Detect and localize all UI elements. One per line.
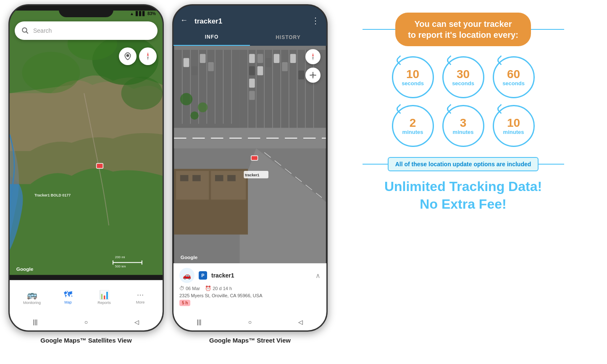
phone2-header: ← tracker1 ⋮ — [173, 5, 326, 29]
info-title: tracker1 — [211, 272, 234, 279]
phone1-caption: Google Maps™ Satellites View — [40, 337, 131, 344]
intervals-row-2: 2 minutes 3 minutes 10 minutes — [392, 105, 535, 147]
interval-2m: 2 minutes — [392, 105, 434, 147]
nav-map-label: Map — [64, 300, 72, 304]
phone1-bottom-nav: 🚌 Monitoring 🗺 Map 📊 Reports ··· More — [10, 280, 163, 314]
satellite-svg: Tracker1 BOLD 0177 Google 200 mi 500 km — [10, 5, 163, 280]
nav-reports[interactable]: 📊 Reports — [86, 290, 122, 305]
expand-icon[interactable]: ∧ — [315, 272, 321, 280]
clock-icon: ⏱ — [179, 285, 184, 291]
android-back-icon[interactable]: ||| — [33, 319, 38, 325]
search-placeholder: Search — [33, 27, 52, 34]
search-icon — [21, 27, 29, 34]
tab-info[interactable]: INFO — [173, 29, 250, 46]
time-badge: 5 h — [179, 300, 190, 306]
parking-icon: P — [199, 271, 207, 280]
monitoring-icon: 🚌 — [27, 290, 37, 300]
svg-marker-15 — [147, 52, 149, 56]
svg-rect-63 — [192, 66, 197, 76]
map-icon: 🗺 — [64, 290, 72, 299]
svg-point-68 — [190, 111, 199, 120]
svg-rect-62 — [184, 58, 189, 67]
included-banner-row: All of these location update options are… — [363, 157, 564, 171]
svg-rect-48 — [192, 175, 201, 181]
android-home-icon[interactable]: ○ — [84, 319, 88, 325]
android-home-icon2[interactable]: ○ — [248, 319, 252, 325]
wifi-icon: ▲ — [130, 11, 134, 16]
back-button[interactable]: ← — [180, 16, 188, 25]
nav-more[interactable]: ··· More — [122, 290, 158, 304]
compass-icon — [143, 51, 153, 61]
svg-point-6 — [22, 52, 80, 93]
svg-rect-37 — [282, 62, 288, 71]
svg-point-72 — [312, 74, 314, 76]
promo-banner: You can set your tracker to report it's … — [395, 13, 531, 46]
info-meta: ⏱ 06 Mar ⏰ 20 d 14 h — [179, 285, 321, 291]
phone1-battery: ▲ ▋▋▋ 83% — [130, 11, 156, 16]
compass-button[interactable] — [139, 47, 157, 65]
phone1-android-nav: ||| ○ ◁ — [10, 314, 163, 330]
svg-rect-50 — [227, 175, 236, 181]
tab-history[interactable]: HISTORY — [250, 29, 326, 46]
aerial-svg: tracker1 — [173, 46, 326, 263]
svg-point-0 — [22, 28, 27, 32]
aerial-compass-icon — [308, 52, 318, 61]
aerial-location-button[interactable] — [305, 68, 321, 83]
svg-rect-29 — [249, 54, 255, 63]
included-line-left — [363, 164, 388, 165]
svg-rect-33 — [258, 54, 263, 63]
interval-60s: 60 seconds — [493, 56, 535, 98]
svg-rect-64 — [200, 54, 206, 63]
svg-text:tracker1: tracker1 — [245, 173, 259, 177]
interval-10s: 10 seconds — [392, 56, 434, 98]
tracking-info-panel: You can set your tracker to report it's … — [328, 4, 599, 221]
svg-rect-51 — [251, 156, 258, 160]
satellite-map: Tracker1 BOLD 0177 Google 200 mi 500 km — [10, 5, 163, 280]
car-icon: 🚗 — [179, 268, 194, 283]
phone1-search-bar[interactable]: Search — [15, 21, 158, 40]
svg-rect-31 — [249, 79, 255, 88]
android-back-icon2[interactable]: ||| — [197, 319, 202, 325]
svg-rect-30 — [249, 66, 255, 76]
nav-map[interactable]: 🗺 Map — [50, 290, 86, 304]
svg-line-1 — [26, 31, 28, 34]
phone1-notch — [59, 5, 113, 17]
reports-icon: 📊 — [99, 290, 110, 300]
nav-reports-label: Reports — [97, 301, 111, 305]
phone2-wrapper: ▲ ▋▋▋ 83% ← tracker1 ⋮ INFO — [172, 4, 328, 344]
aerial-compass-button[interactable] — [305, 49, 321, 64]
svg-rect-65 — [208, 62, 214, 71]
svg-rect-47 — [180, 175, 189, 181]
svg-point-67 — [198, 102, 208, 112]
interval-30s: 30 seconds — [442, 56, 484, 98]
android-recent-icon[interactable]: ◁ — [134, 319, 139, 325]
android-recent-icon2[interactable]: ◁ — [298, 319, 303, 325]
intervals-row-1: 10 seconds 30 seconds 60 seconds — [392, 56, 535, 98]
phone2-android-nav: ||| ○ ◁ — [173, 314, 326, 330]
svg-text:500 km: 500 km — [115, 264, 126, 268]
teal-line-right — [531, 29, 564, 30]
nav-monitoring[interactable]: 🚌 Monitoring — [14, 290, 50, 305]
svg-rect-49 — [215, 175, 223, 181]
nav-more-label: More — [136, 300, 145, 304]
nav-monitoring-label: Monitoring — [23, 301, 41, 305]
banner-row: You can set your tracker to report it's … — [363, 13, 564, 46]
svg-point-5 — [121, 77, 163, 110]
unlimited-line1: Unlimited Tracking Data! — [384, 178, 542, 196]
svg-rect-36 — [274, 54, 280, 63]
tracker-name: tracker1 — [194, 17, 311, 26]
more-button[interactable]: ⋮ — [311, 16, 320, 26]
phones-section: ▲ ▋▋▋ 83% Search — [8, 4, 328, 344]
phone1-wrapper: ▲ ▋▋▋ 83% Search — [8, 4, 164, 344]
svg-marker-70 — [312, 53, 314, 57]
info-panel: 🚗 P tracker1 ∧ ⏱ 06 Mar ⏰ — [173, 263, 326, 314]
aerial-location-icon — [309, 71, 317, 79]
svg-rect-35 — [265, 58, 271, 67]
included-banner: All of these location update options are… — [388, 157, 539, 171]
duration-meta: ⏰ 20 d 14 h — [205, 285, 232, 291]
svg-rect-39 — [298, 71, 304, 80]
location-button[interactable] — [119, 47, 137, 65]
svg-marker-71 — [312, 57, 314, 60]
included-line-right — [539, 164, 564, 165]
svg-point-17 — [127, 55, 129, 57]
